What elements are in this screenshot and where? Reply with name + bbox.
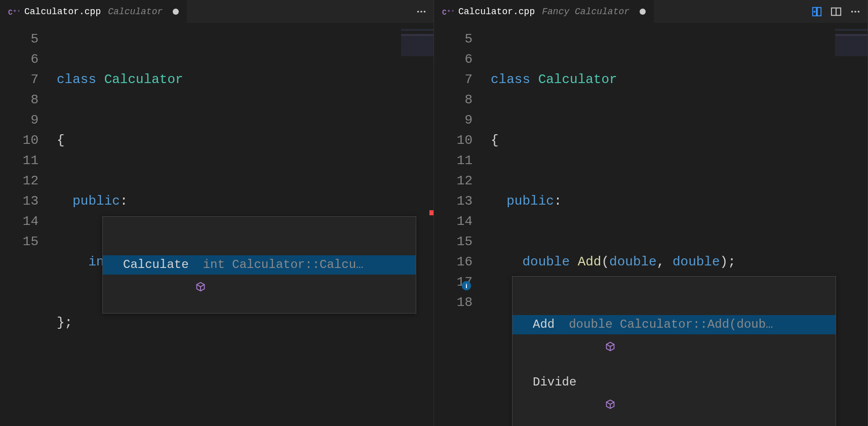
tab-actions (811, 6, 861, 18)
svg-point-13 (858, 11, 860, 13)
split-editor-icon[interactable] (830, 6, 842, 18)
svg-point-2 (420, 11, 422, 13)
overview-ruler[interactable] (427, 23, 433, 426)
svg-text:i: i (466, 282, 468, 290)
gutter: 5 6 7 8 9 10 11 12 13 14 15 (0, 23, 48, 426)
tab-filename: Calculator.cpp (458, 7, 535, 17)
intellisense-popup[interactable]: Calculate int Calculator::Calcu… i (102, 216, 416, 314)
tab-description: Fancy Calculator (542, 7, 629, 17)
svg-point-12 (854, 11, 856, 13)
tab-bar: C⁺⁺ Calculator.cpp Calculator (0, 0, 433, 23)
editor-area[interactable]: 5 6 7 8 9 10 11 12 13 14 15 class Calcul… (0, 23, 433, 426)
editor-tab[interactable]: C⁺⁺ Calculator.cpp Calculator (0, 0, 187, 23)
method-icon (518, 377, 528, 388)
intellisense-item[interactable]: Add double Calculator::Add(doub… i (512, 315, 836, 334)
intellisense-label: Add (533, 315, 555, 334)
svg-point-11 (851, 11, 853, 13)
intellisense-item[interactable]: Calculate int Calculator::Calcu… i (103, 255, 416, 275)
cpp-file-icon: C⁺⁺ (8, 6, 19, 17)
tab-description: Calculator (108, 7, 163, 17)
editor-area[interactable]: 5 6 7 8 9 10 11 12 13 14 15 16 17 18 cla… (434, 23, 867, 426)
svg-point-3 (424, 11, 426, 13)
editor-pane-left: C⁺⁺ Calculator.cpp Calculator 5 6 7 8 9 … (0, 0, 434, 426)
editor-tab[interactable]: C⁺⁺ Calculator.cpp Fancy Calculator (434, 0, 654, 23)
code-content[interactable]: class Calculator { public: double Add(do… (482, 23, 867, 426)
svg-text:C⁺⁺: C⁺⁺ (8, 8, 19, 16)
tab-actions (415, 6, 427, 18)
editor-pane-right: C⁺⁺ Calculator.cpp Fancy Calculator 5 6 … (434, 0, 868, 426)
method-icon (108, 260, 118, 270)
gutter: 5 6 7 8 9 10 11 12 13 14 15 16 17 18 (434, 23, 482, 426)
intellisense-item[interactable]: Divide (512, 373, 836, 392)
svg-rect-8 (817, 7, 821, 16)
info-icon[interactable]: i (783, 319, 794, 330)
tab-bar: C⁺⁺ Calculator.cpp Fancy Calculator (434, 0, 867, 23)
more-icon[interactable] (415, 6, 427, 18)
intellisense-detail: int Calculator::Calcu… (203, 255, 364, 275)
svg-point-1 (417, 11, 419, 13)
intellisense-label: Calculate (123, 255, 189, 275)
intellisense-detail: double Calculator::Add(doub… (569, 315, 773, 334)
intellisense-popup[interactable]: Add double Calculator::Add(doub… i Divid… (512, 276, 836, 426)
more-icon[interactable] (849, 6, 861, 18)
tab-filename: Calculator.cpp (24, 7, 101, 17)
method-icon (518, 320, 528, 330)
cpp-file-icon: C⁺⁺ (442, 6, 453, 17)
open-changes-icon[interactable] (811, 6, 823, 18)
tab-dirty-indicator (173, 9, 179, 15)
svg-text:C⁺⁺: C⁺⁺ (442, 8, 453, 16)
code-content[interactable]: class Calculator { public: int Calculate… (48, 23, 433, 426)
intellisense-label: Divide (533, 373, 576, 392)
minimap[interactable] (835, 29, 867, 56)
info-icon[interactable]: i (373, 259, 384, 270)
tab-dirty-indicator (640, 9, 646, 15)
